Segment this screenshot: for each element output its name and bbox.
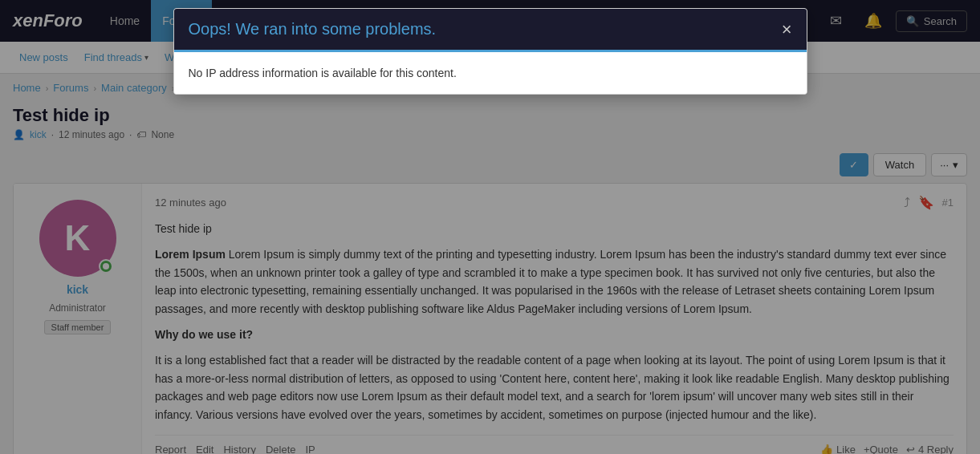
modal-header: Oops! We ran into some problems. ×: [174, 9, 807, 50]
modal-close-button[interactable]: ×: [782, 21, 792, 39]
modal-body: No IP address information is available f…: [174, 50, 807, 94]
modal-message: No IP address information is available f…: [189, 67, 792, 79]
modal-overlay[interactable]: Oops! We ran into some problems. × No IP…: [0, 0, 980, 454]
error-modal: Oops! We ran into some problems. × No IP…: [173, 8, 807, 95]
modal-title: Oops! We ran into some problems.: [189, 20, 437, 39]
